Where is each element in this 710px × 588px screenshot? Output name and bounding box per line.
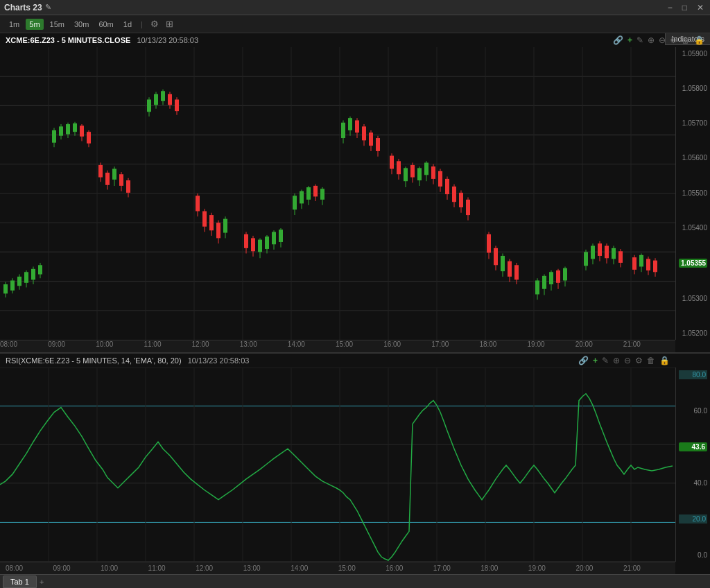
minimize-button[interactable]: − (666, 3, 675, 12)
close-button[interactable]: ✕ (695, 3, 706, 12)
rsi-panel: RSI(XCME:6E.Z23 - 5 MINUTES, 14, 'EMA', … (0, 352, 710, 574)
rsi-time-1700: 17:00 (433, 564, 451, 572)
chart-toolbar-icons: 🔗 + ✎ ⊕ ⊖ ⚙ 🗑 🔒 (613, 35, 704, 45)
rsi-timestamp: 10/13/23 20:58:03 (188, 356, 250, 365)
svg-rect-129 (452, 187, 456, 202)
price-label-3: 1.05700 (679, 119, 707, 127)
rsi-add-icon[interactable]: + (593, 356, 598, 365)
svg-rect-159 (598, 243, 602, 256)
svg-rect-151 (556, 270, 560, 283)
tf-15m[interactable]: 15m (46, 19, 68, 30)
delete-icon[interactable]: 🗑 (682, 35, 690, 45)
rsi-time-1900: 19:00 (528, 564, 546, 572)
rsi-time-1200: 12:00 (196, 564, 213, 572)
svg-rect-49 (105, 173, 110, 185)
svg-rect-157 (591, 246, 595, 259)
svg-rect-161 (605, 246, 609, 259)
svg-rect-139 (501, 256, 505, 271)
rsi-delete-icon[interactable]: 🗑 (647, 356, 655, 365)
rsi-settings-icon[interactable]: ⚙ (635, 356, 643, 365)
lock-icon[interactable]: 🔒 (694, 35, 704, 45)
svg-rect-105 (362, 126, 366, 140)
maximize-button[interactable]: □ (680, 3, 689, 12)
rsi-time-1800: 18:00 (480, 564, 498, 572)
add-indicator-icon[interactable]: + (627, 35, 632, 45)
tab-1[interactable]: Tab 1 (3, 576, 37, 588)
rsi-canvas[interactable] (0, 368, 675, 562)
time-1400: 14:00 (288, 340, 305, 348)
rsi-link-icon[interactable]: 🔗 (578, 356, 589, 365)
svg-rect-173 (653, 261, 657, 273)
price-label-7: 1.05300 (679, 295, 707, 302)
settings-icon[interactable]: ⚙ (670, 35, 677, 45)
price-axis: 1.05900 1.05800 1.05700 1.05600 1.05500 … (675, 47, 710, 340)
svg-rect-165 (618, 251, 623, 263)
price-label-2: 1.05800 (679, 85, 707, 92)
svg-rect-45 (87, 132, 91, 144)
svg-rect-153 (563, 268, 567, 281)
tf-separator: | (141, 20, 143, 28)
rsi-time-2000: 20:00 (575, 564, 593, 572)
rsi-time-1500: 15:00 (338, 564, 356, 572)
zoom-in-icon[interactable]: ⊕ (648, 35, 655, 45)
rsi-time-1300: 13:00 (243, 564, 261, 572)
time-1200: 12:00 (192, 340, 209, 348)
rsi-time-labels: 08:00 09:00 10:00 11:00 12:00 13:00 14:0… (6, 564, 641, 572)
svg-rect-133 (466, 200, 470, 215)
chart-settings-icon[interactable]: ⚙ (148, 19, 161, 29)
link-icon[interactable]: 🔗 (613, 35, 623, 45)
svg-rect-71 (209, 215, 214, 230)
tf-1d[interactable]: 1d (120, 19, 135, 30)
tf-5m[interactable]: 5m (26, 19, 43, 30)
svg-rect-95 (313, 186, 318, 197)
rsi-level-40: 40.0 (679, 479, 707, 487)
rsi-level-0: 0.0 (679, 551, 707, 559)
svg-rect-81 (258, 240, 262, 252)
rsi-lock-icon[interactable]: 🔒 (659, 356, 670, 365)
svg-rect-163 (612, 248, 616, 259)
title-bar: Charts 23 ✎ − □ ✕ (0, 0, 710, 15)
title-bar-left: Charts 23 ✎ (4, 3, 51, 12)
rsi-time-1600: 16:00 (386, 564, 403, 572)
svg-rect-167 (632, 257, 637, 270)
svg-rect-61 (161, 91, 165, 101)
svg-rect-155 (584, 252, 588, 266)
rsi-zoom-out-icon[interactable]: ⊖ (624, 356, 631, 365)
add-tab-button[interactable]: + (40, 578, 44, 586)
tf-1m[interactable]: 1m (6, 19, 23, 30)
chart-symbol: XCME:6E.Z23 - 5 MINUTES.CLOSE (6, 36, 130, 44)
svg-rect-57 (147, 100, 151, 112)
bottom-tab-bar: Tab 1 + (0, 574, 710, 588)
svg-rect-125 (438, 171, 442, 187)
zoom-out-icon[interactable]: ⊖ (659, 35, 666, 45)
rsi-draw-icon[interactable]: ✎ (602, 356, 609, 365)
svg-rect-29 (24, 272, 28, 283)
candlestick-svg (0, 47, 675, 340)
svg-rect-141 (508, 261, 512, 277)
edit-title-icon[interactable]: ✎ (45, 3, 51, 12)
candlestick-canvas[interactable] (0, 47, 675, 340)
tf-60m[interactable]: 60m (95, 19, 116, 30)
rsi-time-1000: 10:00 (101, 564, 118, 572)
time-1700: 17:00 (431, 340, 449, 348)
chart-type-icon[interactable]: ⊞ (164, 19, 175, 29)
svg-rect-113 (397, 161, 401, 174)
draw-icon[interactable]: ✎ (637, 35, 643, 45)
rsi-time-2100: 21:00 (623, 564, 641, 572)
svg-rect-87 (279, 230, 283, 242)
rsi-header: RSI(XCME:6E.Z23 - 5 MINUTES, 14, 'EMA', … (0, 354, 675, 368)
time-2000: 20:00 (575, 340, 593, 348)
svg-rect-23 (3, 284, 8, 293)
tf-30m[interactable]: 30m (71, 19, 92, 30)
svg-rect-149 (549, 272, 553, 284)
svg-rect-91 (300, 191, 304, 204)
svg-rect-43 (80, 126, 84, 137)
svg-rect-137 (494, 248, 498, 265)
rsi-symbol-info: RSI(XCME:6E.Z23 - 5 MINUTES, 14, 'EMA', … (6, 356, 249, 365)
rsi-zoom-in-icon[interactable]: ⊕ (613, 356, 620, 365)
svg-rect-51 (112, 168, 116, 180)
price-label-6: 1.05400 (679, 224, 707, 232)
svg-rect-99 (341, 123, 345, 138)
rsi-time-0900: 09:00 (53, 564, 71, 572)
svg-rect-37 (59, 126, 63, 135)
